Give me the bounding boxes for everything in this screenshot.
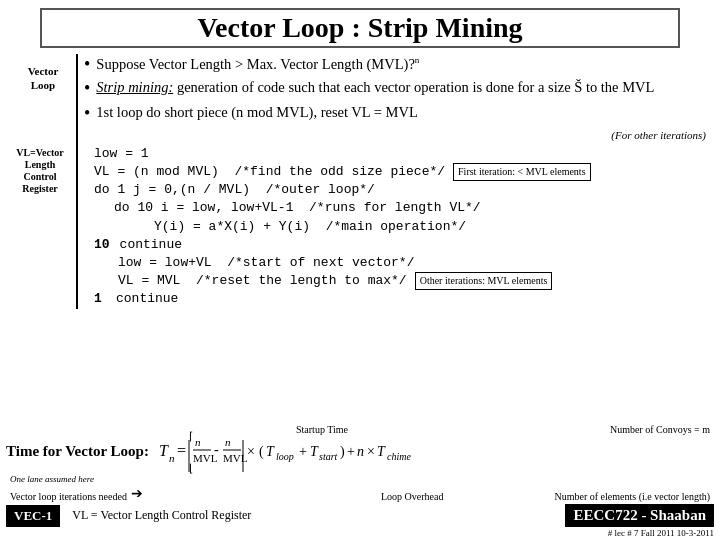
svg-text:loop: loop bbox=[276, 451, 294, 462]
num-elements-label: Number of elements (i.e vector length) bbox=[555, 491, 711, 502]
code-lines: low = 1 VL = (n mod MVL) /*find the odd … bbox=[94, 145, 710, 309]
time-label: Time for Vector Loop: bbox=[6, 443, 149, 460]
bullet-3: • 1st loop do short piece (n mod MVL), r… bbox=[84, 103, 710, 125]
code-line-9: 1 continue bbox=[94, 290, 710, 308]
loop-overhead-label: Loop Overhead bbox=[381, 491, 443, 502]
bullet-dot-1: • bbox=[84, 52, 90, 76]
code-text-9: continue bbox=[116, 290, 178, 308]
other-iterations-tag: Other iterations: MVL elements bbox=[415, 272, 553, 290]
for-other-text: (For other iterations) bbox=[611, 129, 706, 141]
svg-text:×: × bbox=[247, 444, 255, 459]
code-text-8: VL = MVL /*reset the length to max*/ bbox=[118, 272, 407, 290]
bullet-2: • Strip mining: generation of code such … bbox=[84, 78, 710, 100]
svg-text:+: + bbox=[299, 444, 307, 459]
time-formula-row: Time for Vector Loop: T n = ⌈ ⌊ n bbox=[6, 428, 714, 474]
code-num-1: 1 bbox=[94, 290, 106, 308]
svg-text:-: - bbox=[214, 442, 219, 457]
eecc-badge: EECC722 - Shaaban bbox=[565, 504, 714, 527]
bullet-1: • Suppose Vector Length > Max. Vector Le… bbox=[84, 54, 710, 76]
lec-info: # lec # 7 Fall 2011 10-3-2011 bbox=[6, 528, 714, 538]
bullet-dot-3: • bbox=[84, 101, 90, 125]
slide-title: Vector Loop : Strip Mining bbox=[197, 12, 522, 43]
code-line-5: Y(i) = a*X(i) + Y(i) /*main operation*/ bbox=[154, 218, 710, 236]
title-box: Vector Loop : Strip Mining bbox=[40, 8, 680, 48]
svg-text:n: n bbox=[225, 436, 231, 448]
arrow-right: ➔ bbox=[131, 485, 143, 502]
code-text-1: low = 1 bbox=[94, 145, 149, 163]
vector-loop-iterations: Vector loop iterations needed bbox=[10, 491, 127, 502]
code-text-6: continue bbox=[120, 236, 182, 254]
content-area: • Suppose Vector Length > Max. Vector Le… bbox=[84, 54, 710, 309]
svg-text:T: T bbox=[377, 444, 386, 459]
bullet-1-text: Suppose Vector Length > Max. Vector Leng… bbox=[96, 54, 419, 74]
svg-text:×: × bbox=[367, 444, 375, 459]
svg-text:T: T bbox=[310, 444, 319, 459]
bullet-2-rest: generation of code such that each vector… bbox=[177, 79, 655, 95]
code-text-5: Y(i) = a*X(i) + Y(i) /*main operation*/ bbox=[154, 218, 466, 236]
svg-text:T: T bbox=[266, 444, 275, 459]
one-lane-note: One lane assumed here bbox=[10, 474, 714, 484]
main-area: VectorLoop • Suppose Vector Length > Max… bbox=[10, 54, 710, 309]
bullets-section: • Suppose Vector Length > Max. Vector Le… bbox=[84, 54, 710, 125]
code-line-2: VL = (n mod MVL) /*find the odd size pie… bbox=[94, 163, 710, 181]
bullet-dot-2: • bbox=[84, 76, 90, 100]
svg-text:+: + bbox=[347, 444, 355, 459]
code-line-1: low = 1 bbox=[94, 145, 710, 163]
bullet-2-text: Strip mining: generation of code such th… bbox=[96, 78, 654, 98]
code-section: VL=VectorLengthControlRegister low = 1 V… bbox=[84, 145, 710, 309]
annotations-row: Vector loop iterations needed ➔ Loop Ove… bbox=[6, 485, 714, 502]
svg-text:start: start bbox=[319, 451, 338, 462]
svg-text:=: = bbox=[177, 442, 186, 459]
code-text-4: do 10 i = low, low+VL-1 /*runs for lengt… bbox=[114, 199, 481, 217]
num-convoys-label: Number of Convoys = m bbox=[610, 424, 710, 435]
svg-text:(: ( bbox=[259, 444, 264, 460]
code-line-8: VL = MVL /*reset the length to max*/ Oth… bbox=[118, 272, 710, 290]
startup-time-label: Startup Time bbox=[296, 424, 348, 435]
for-other-note: (For other iterations) bbox=[84, 129, 706, 141]
code-text-7: low = low+VL /*start of next vector*/ bbox=[118, 254, 414, 272]
svg-text:): ) bbox=[340, 444, 345, 460]
svg-text:MVL: MVL bbox=[223, 452, 248, 464]
svg-text:n: n bbox=[357, 444, 364, 459]
bottom-bar: VEC-1 VL = Vector Length Control Registe… bbox=[6, 504, 714, 527]
code-line-3: do 1 j = 0,(n / MVL) /*outer loop*/ bbox=[94, 181, 710, 199]
vl-definition: VL = Vector Length Control Register bbox=[72, 508, 565, 523]
code-num-10: 10 bbox=[94, 236, 110, 254]
vl-register-label: VL=VectorLengthControlRegister bbox=[8, 145, 78, 195]
svg-text:T: T bbox=[159, 442, 169, 459]
svg-text:n: n bbox=[169, 452, 175, 464]
first-iteration-tag: First iteration: < MVL elements bbox=[453, 163, 590, 181]
code-text-3: do 1 j = 0,(n / MVL) /*outer loop*/ bbox=[94, 181, 375, 199]
strip-mining-term: Strip mining: bbox=[96, 79, 173, 95]
code-line-7: low = low+VL /*start of next vector*/ bbox=[118, 254, 710, 272]
svg-text:chime: chime bbox=[387, 451, 411, 462]
svg-text:⌈: ⌈ bbox=[189, 430, 193, 442]
sidebar-text: VectorLoop bbox=[28, 64, 59, 93]
code-line-4: do 10 i = low, low+VL-1 /*runs for lengt… bbox=[114, 199, 710, 217]
svg-text:n: n bbox=[195, 436, 201, 448]
slide: Vector Loop : Strip Mining VectorLoop • … bbox=[0, 0, 720, 540]
vec1-badge: VEC-1 bbox=[6, 505, 60, 527]
bottom-section: Time for Vector Loop: T n = ⌈ ⌊ n bbox=[0, 424, 720, 540]
code-text-2: VL = (n mod MVL) /*find the odd size pie… bbox=[94, 163, 445, 181]
bullet-3-text: 1st loop do short piece (n mod MVL), res… bbox=[96, 103, 418, 123]
code-line-6: 10 continue bbox=[94, 236, 710, 254]
